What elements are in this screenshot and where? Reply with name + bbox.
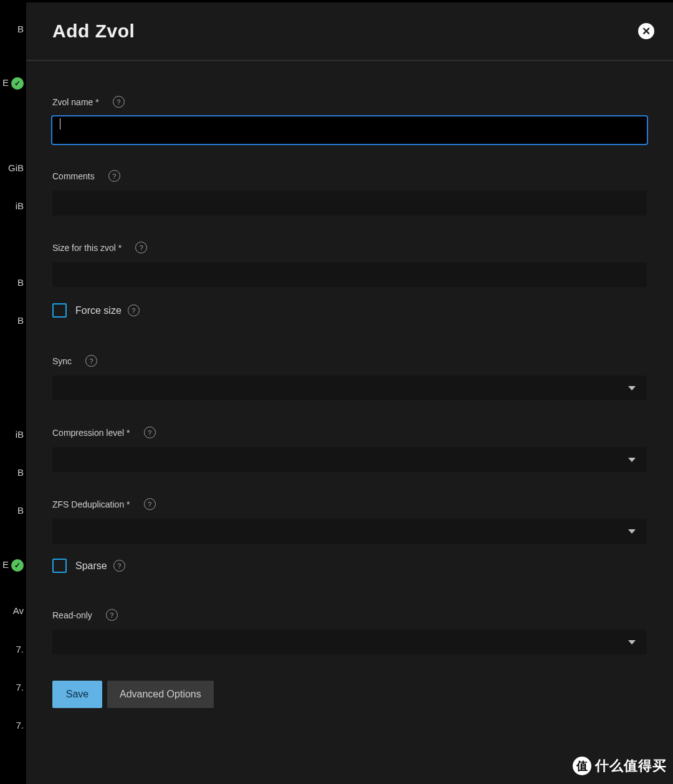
advanced-options-button[interactable]: Advanced Options	[107, 681, 214, 708]
watermark-badge-icon: 值	[573, 757, 591, 775]
bg-list-item: iB	[0, 429, 26, 440]
dialog-title: Add Zvol	[52, 21, 135, 42]
watermark: 值 什么值得买	[573, 757, 667, 775]
help-icon[interactable]: ?	[106, 609, 118, 621]
sparse-checkbox[interactable]	[52, 559, 67, 573]
label-sync: Sync	[52, 356, 72, 366]
comments-input[interactable]	[52, 191, 647, 215]
label-readonly: Read-only	[52, 610, 92, 620]
compression-select[interactable]	[52, 447, 647, 472]
help-icon[interactable]: ?	[113, 560, 125, 572]
bg-list-item: Av	[0, 605, 26, 616]
bg-list-item: B	[0, 315, 26, 326]
form-area: Zvol name * ? Comments ? Size for this z…	[26, 61, 673, 708]
close-icon[interactable]: ✕	[638, 23, 654, 39]
field-sync: Sync ?	[52, 355, 647, 400]
field-dedup: ZFS Deduplication * ?	[52, 498, 647, 544]
help-icon[interactable]: ?	[108, 170, 120, 182]
help-icon[interactable]: ?	[128, 305, 140, 316]
help-icon[interactable]: ?	[144, 498, 156, 510]
size-input[interactable]	[52, 262, 647, 287]
save-button[interactable]: Save	[52, 681, 102, 708]
sync-select[interactable]	[52, 375, 647, 400]
bg-list-item: B	[0, 505, 26, 516]
label-zvol-name: Zvol name *	[52, 97, 99, 107]
chevron-down-icon	[628, 529, 636, 534]
field-force-size: Force size ?	[52, 303, 647, 318]
help-icon[interactable]: ?	[85, 355, 97, 367]
button-row: Save Advanced Options	[52, 681, 647, 708]
chevron-down-icon	[628, 458, 636, 462]
label-force-size: Force size	[75, 305, 122, 316]
bg-list-item: GiB	[0, 163, 26, 173]
help-icon[interactable]: ?	[144, 427, 156, 438]
label-size: Size for this zvol *	[52, 243, 122, 253]
bg-list-item: 7.	[0, 644, 26, 654]
readonly-select[interactable]	[52, 630, 647, 654]
bg-list-item: E✓	[0, 77, 26, 90]
field-size: Size for this zvol * ?	[52, 242, 647, 287]
dedup-select[interactable]	[52, 519, 647, 544]
label-compression: Compression level *	[52, 428, 130, 438]
bg-list-item: 7.	[0, 720, 26, 730]
chevron-down-icon	[628, 640, 636, 645]
bg-list-item: B	[0, 277, 26, 288]
label-comments: Comments	[52, 171, 95, 181]
chevron-down-icon	[628, 386, 636, 390]
field-readonly: Read-only ?	[52, 609, 647, 654]
bg-list-item: B	[0, 467, 26, 478]
bg-list-item: 7.	[0, 682, 26, 692]
bg-list-item: E✓	[0, 559, 26, 572]
field-compression: Compression level * ?	[52, 427, 647, 472]
label-dedup: ZFS Deduplication *	[52, 499, 130, 509]
bg-list-item: B	[0, 24, 26, 34]
add-zvol-dialog: Add Zvol ✕ Zvol name * ? Comments ? Size…	[26, 2, 673, 784]
field-comments: Comments ?	[52, 170, 647, 215]
background-sidebar: BE✓GiBiBBBiBBBE✓Av7.7.7.	[0, 0, 26, 784]
bg-list-item: iB	[0, 201, 26, 211]
dialog-header: Add Zvol ✕	[26, 2, 673, 61]
field-zvol-name: Zvol name * ?	[52, 96, 647, 144]
field-sparse: Sparse ?	[52, 559, 647, 573]
check-icon: ✓	[11, 77, 24, 90]
check-icon: ✓	[11, 559, 24, 572]
help-icon[interactable]: ?	[113, 96, 125, 108]
label-sparse: Sparse	[75, 560, 107, 572]
watermark-text: 什么值得买	[595, 757, 667, 775]
force-size-checkbox[interactable]	[52, 303, 67, 318]
zvol-name-input[interactable]	[52, 116, 647, 144]
help-icon[interactable]: ?	[135, 242, 147, 253]
